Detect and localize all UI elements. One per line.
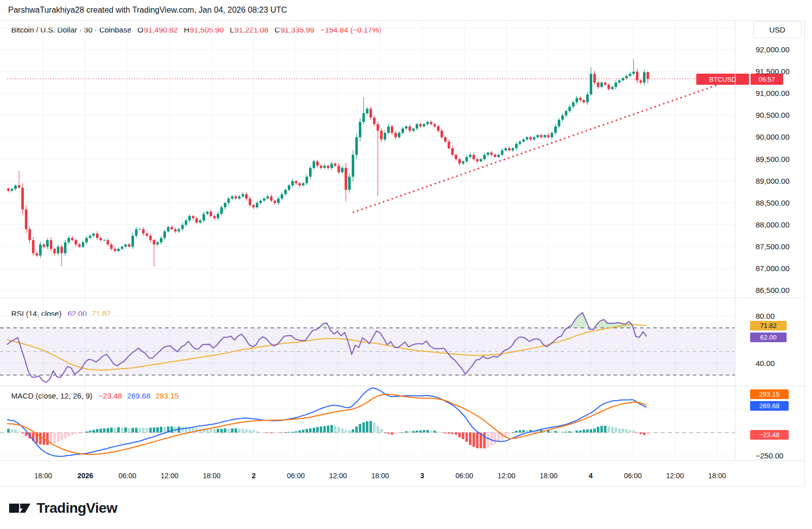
- price-axis-label: 91,000.00: [756, 89, 790, 97]
- time-axis-label: 3: [420, 472, 424, 480]
- time-axis-label: 12:00: [160, 472, 178, 480]
- header-divider: [0, 20, 804, 21]
- price-axis-label: 86,500.00: [756, 286, 790, 294]
- price-axis-label: 92,000.00: [756, 45, 790, 54]
- tradingview-snapshot: { "header": { "attribution": "ParshwaTur…: [0, 0, 812, 529]
- price-axis-label: 87,000.00: [756, 264, 790, 273]
- price-axis[interactable]: [735, 20, 804, 460]
- time-axis-label: 06:00: [624, 472, 641, 480]
- price-axis-label: 90,500.00: [756, 111, 790, 119]
- price-axis-label: 90,000.00: [756, 133, 790, 141]
- time-axis-label: 2: [252, 472, 256, 480]
- time-axis-label: 2026: [77, 472, 93, 480]
- time-axis-label: 06:00: [287, 472, 304, 480]
- rsi-axis-label: 40.00: [756, 359, 775, 368]
- time-axis-label: 12:00: [329, 472, 347, 480]
- price-axis-label: 89,000.00: [756, 177, 790, 185]
- tradingview-wordmark: TradingView: [37, 500, 117, 516]
- time-axis-label: 06:00: [118, 472, 136, 480]
- pane-divider-main-rsi: [0, 297, 804, 298]
- chart-bottom-border: [0, 486, 804, 487]
- time-axis-label: 12:00: [666, 472, 684, 480]
- tradingview-logo-icon: [9, 500, 30, 517]
- time-axis-label: 06:00: [455, 472, 473, 480]
- price-axis-label: 88,000.00: [756, 220, 790, 229]
- time-axis-label: 18:00: [34, 472, 52, 480]
- time-axis-label: 18:00: [202, 472, 220, 480]
- time-axis-label: 4: [589, 472, 593, 480]
- attribution-text: ParshwaTurakhiya28 created with TradingV…: [8, 6, 287, 15]
- price-axis-label: 91,500.00: [756, 67, 790, 76]
- price-axis-label: 87,500.00: [756, 242, 790, 251]
- time-axis-label: 18:00: [371, 472, 389, 480]
- tradingview-footer: TradingView: [9, 500, 117, 517]
- time-axis-label: 18:00: [539, 472, 557, 480]
- chart-right-border: [804, 20, 805, 486]
- rsi-axis-label: 80.00: [756, 312, 775, 320]
- price-axis-label: 88,500.00: [756, 199, 790, 207]
- chart-plot-area[interactable]: [0, 20, 804, 486]
- time-axis-label: 12:00: [497, 472, 515, 480]
- pane-divider-rsi-macd: [0, 386, 804, 386]
- price-axis-label: 89,500.00: [756, 155, 790, 163]
- time-axis-label: 18:00: [708, 472, 726, 480]
